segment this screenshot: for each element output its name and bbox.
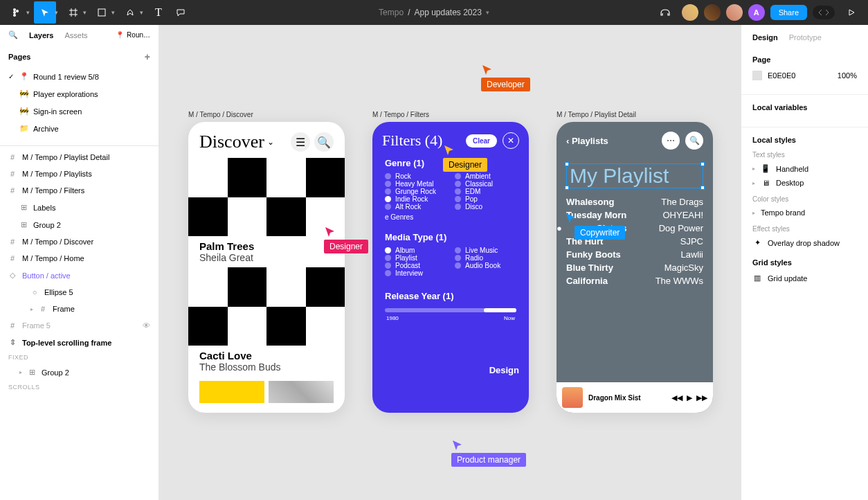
svg-point-3 (16, 10, 19, 12)
effect-style-item[interactable]: ✦Overlay drop shadow (752, 238, 857, 247)
page-color-swatch[interactable] (752, 71, 762, 80)
top-toolbar: ▾ ▾ ▾ ▾ ▾ T Tempo / App updates 2023 ▾ A… (0, 0, 868, 25)
close-icon: ✕ (503, 132, 519, 149)
layer-item-frame[interactable]: #M / Tempo / Discover (0, 233, 159, 250)
back-button: ‹ Playlists (566, 136, 656, 146)
text-tool-button[interactable]: T (147, 1, 170, 24)
prototype-tab[interactable]: Prototype (789, 33, 822, 42)
assets-tab[interactable]: Assets (64, 31, 87, 39)
page-indicator[interactable]: 📍Roun… (116, 31, 150, 39)
layer-section-fixed: FIXED (0, 351, 159, 364)
chevron-down-icon[interactable]: ▾ (83, 9, 91, 16)
move-tool-button[interactable] (34, 1, 56, 24)
layer-section-scrolls: SCROLLS (0, 381, 159, 393)
album-art-1 (188, 158, 345, 236)
layer-item-frame[interactable]: #M / Tempo / Filters (0, 182, 159, 199)
collaborator-avatar-2[interactable] (704, 4, 721, 21)
layer-item-frame[interactable]: ▸#Frame (0, 301, 159, 317)
cursor-designer-2: Designer (324, 226, 368, 253)
layer-item-frame[interactable]: #M / Tempo / Playlists (0, 166, 159, 182)
svg-rect-8 (98, 9, 105, 16)
album-art-2 (188, 267, 345, 346)
chevron-down-icon[interactable]: ▾ (111, 9, 119, 16)
local-styles-title: Local styles (752, 136, 857, 144)
page-item[interactable]: 📁Archive (0, 120, 159, 137)
present-button[interactable] (840, 1, 862, 24)
frame-label[interactable]: M / Tempo / Playlist Detail (557, 111, 636, 118)
frame-label[interactable]: M / Tempo / Discover (188, 111, 253, 118)
design-tab[interactable]: Design (752, 33, 778, 42)
share-button[interactable]: Share (770, 5, 807, 20)
chevron-down-icon[interactable]: ▾ (26, 9, 34, 16)
thumb-2 (269, 381, 334, 403)
cursor-copywriter: Copywriter (565, 212, 625, 240)
discover-title: Discover (199, 132, 264, 152)
layer-item-frame[interactable]: #M / Tempo / Playlist Detail (0, 149, 159, 166)
frame-playlist-detail[interactable]: ‹ Playlists ⋯ 🔍 My Playlist WhalesongThe… (557, 122, 713, 413)
layer-item-ellipse[interactable]: ○Ellipse 5 (0, 284, 159, 301)
frame-tool-button[interactable] (62, 1, 84, 24)
grid-style-item[interactable]: ▥Grid update (752, 274, 857, 283)
collaborator-avatar-3[interactable] (726, 4, 743, 21)
huddle-icon[interactable] (654, 1, 676, 24)
cursor-developer: Developer (481, 64, 530, 91)
page-item[interactable]: 📍Round 1 review 5/8 (0, 68, 159, 85)
layer-list: #M / Tempo / Playlist Detail #M / Tempo … (0, 146, 159, 500)
layer-item-hidden[interactable]: #Frame 5👁 (0, 317, 159, 334)
playlist-title-selected: My Playlist (566, 163, 703, 188)
color-styles-heading: Color styles (752, 195, 857, 203)
text-style-item[interactable]: ▸🖥Desktop (752, 179, 857, 187)
comment-tool-button[interactable] (170, 1, 192, 24)
layer-item-frame[interactable]: #M / Tempo / Home (0, 250, 159, 267)
page-section-title: Page (752, 55, 857, 64)
visibility-icon[interactable]: 👁 (143, 321, 150, 330)
page-color-value[interactable]: E0E0E0 (768, 71, 795, 80)
prev-icon: ◀◀ (671, 393, 682, 402)
player-bar: Dragon Mix Sist ◀◀▶▶▶ (557, 382, 713, 413)
search-icon: 🔍 (685, 132, 703, 150)
frame-label[interactable]: M / Tempo / Filters (372, 111, 429, 118)
search-icon[interactable]: 🔍 (8, 30, 18, 39)
shape-tool-button[interactable] (91, 1, 113, 24)
thumb-1 (199, 381, 264, 403)
layers-tab[interactable]: Layers (29, 31, 53, 39)
text-style-item[interactable]: ▸📱Handheld (752, 164, 857, 173)
dev-mode-toggle[interactable] (813, 6, 835, 19)
current-user-avatar[interactable]: A (748, 4, 765, 21)
layer-item-scroll-frame[interactable]: ⇕Top-level scrolling frame (0, 334, 159, 351)
more-icon: ⋯ (662, 132, 680, 150)
left-panel: 🔍 Layers Assets 📍Roun… Pages + 📍Round 1 … (0, 25, 159, 500)
text-styles-heading: Text styles (752, 151, 857, 159)
svg-point-2 (13, 14, 16, 17)
page-item[interactable]: 🚧Sign-in screen (0, 102, 159, 120)
figma-menu-button[interactable] (6, 1, 28, 24)
pen-tool-button[interactable] (119, 1, 141, 24)
next-icon: ▶▶ (696, 393, 707, 402)
page-opacity[interactable]: 100% (838, 71, 857, 80)
layer-item-group[interactable]: ▸⊞Group 2 (0, 364, 159, 381)
layer-item-group[interactable]: ⊞Group 2 (0, 216, 159, 233)
filter-icon: ☰ (291, 132, 310, 152)
page-item[interactable]: 🚧Player explorations (0, 85, 159, 102)
local-variables-title[interactable]: Local variables (752, 103, 857, 111)
add-page-button[interactable]: + (145, 51, 150, 62)
frame-discover[interactable]: Discover ⌄ ☰ 🔍 Palm TreesSheila Great Ca… (188, 122, 345, 413)
media-heading: Media Type (1) (385, 232, 516, 242)
now-playing-title: Dragon Mix Sist (588, 394, 666, 402)
pages-heading: Pages (8, 53, 30, 61)
chevron-down-icon[interactable]: ▾ (140, 9, 147, 16)
color-style-item[interactable]: ▸Tempo brand (752, 208, 857, 217)
chevron-down-icon[interactable]: ▾ (55, 9, 62, 16)
year-heading: Release Year (1) (385, 291, 516, 301)
file-breadcrumb[interactable]: Tempo / App updates 2023 ▾ (379, 8, 489, 17)
chevron-down-icon: ⌄ (267, 137, 274, 147)
canvas[interactable]: M / Tempo / Discover M / Tempo / Filters… (159, 25, 741, 500)
layer-item-group[interactable]: ⊞Labels (0, 199, 159, 216)
track-list: WhalesongThe Drags Tuesday MornOHYEAH! S… (557, 195, 713, 287)
page-list: 📍Round 1 review 5/8 🚧Player explorations… (0, 68, 159, 146)
collaborator-avatar-1[interactable] (682, 4, 698, 21)
cursor-pm: Product manager (451, 439, 526, 467)
layer-item-component[interactable]: ◇Button / active (0, 267, 159, 284)
year-slider (385, 308, 516, 312)
svg-point-0 (13, 8, 16, 11)
